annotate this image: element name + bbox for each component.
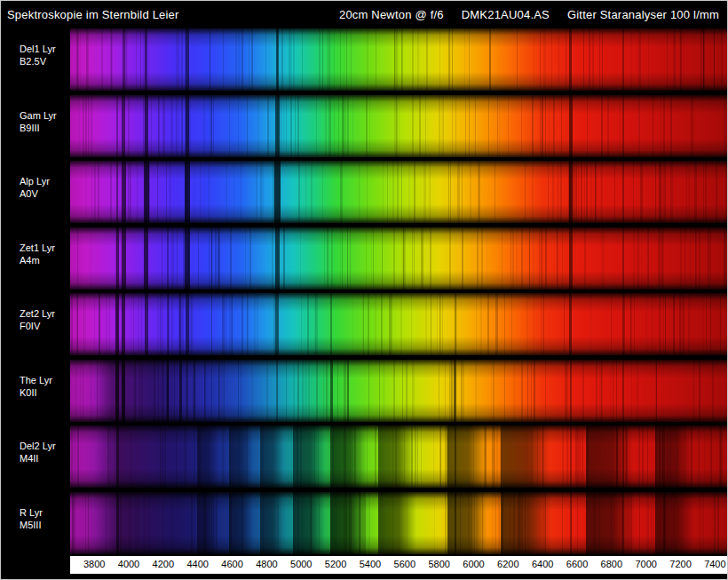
spectrum-row: Gam LyrB9III <box>1 95 727 157</box>
page-title: Spektroskopie im Sternbild Leier <box>7 8 179 21</box>
spectrum-strip <box>70 28 727 91</box>
spectral-type: A0V <box>20 187 70 200</box>
spectrum-row: Zet2 LyrF0IV <box>1 293 727 355</box>
spectroscopy-page: Spektroskopie im Sternbild Leier 20cm Ne… <box>0 0 728 580</box>
star-name: The Lyr <box>20 374 70 386</box>
spectral-type: F0IV <box>20 320 70 332</box>
star-label: R LyrM5III <box>1 492 70 554</box>
axis-tick-label: 4800 <box>256 559 277 569</box>
star-label: Zet2 LyrF0IV <box>1 293 70 355</box>
axis-tick-label: 4400 <box>186 559 208 569</box>
header-bar: Spektroskopie im Sternbild Leier 20cm Ne… <box>1 1 727 28</box>
spectral-type: M5III <box>20 519 70 531</box>
axis-tick-label: 6000 <box>463 559 484 569</box>
telescope-info: 20cm Newton @ f/6 <box>339 8 444 21</box>
camera-info: DMK21AU04.AS <box>462 8 550 21</box>
spectral-type: M4II <box>20 452 70 465</box>
spectrum-row: The LyrK0II <box>1 360 727 422</box>
spectral-type: A4m <box>20 254 70 266</box>
axis-tick-label: 5200 <box>325 559 346 569</box>
grating-info: Gitter Staranalyser 100 l/mm <box>567 8 719 21</box>
spectrum-strip <box>70 293 727 355</box>
axis-tick-label: 5000 <box>290 559 312 569</box>
spectra-rows: Del1 LyrB2.5VGam LyrB9IIIAlp LyrA0VZet1 … <box>1 28 727 554</box>
axis-tick-label: 6800 <box>601 559 622 569</box>
wavelength-axis: 3800400042004400460048005000520054005600… <box>70 556 727 574</box>
star-name: Alp Lyr <box>20 175 70 187</box>
axis-tick-label: 5400 <box>360 559 381 569</box>
spectrum-strip <box>70 161 727 223</box>
spectral-type: B9III <box>20 122 70 134</box>
star-label: Gam LyrB9III <box>1 95 70 157</box>
spectrum-row: Del1 LyrB2.5V <box>1 28 727 91</box>
axis-tick-label: 7400 <box>704 559 725 569</box>
spectral-type: B2.5V <box>20 55 70 68</box>
spectral-type: K0II <box>20 386 70 399</box>
star-name: Zet2 Lyr <box>20 307 70 320</box>
axis-tick-label: 7000 <box>635 559 656 569</box>
star-label: The LyrK0II <box>1 360 70 422</box>
axis-tick-label: 7200 <box>669 559 691 569</box>
spectrum-strip <box>70 227 727 290</box>
spectrum-row: Zet1 LyrA4m <box>1 227 727 290</box>
axis-tick-label: 4600 <box>221 559 242 569</box>
star-name: Del2 Lyr <box>20 440 70 452</box>
axis-tick-label: 4000 <box>118 559 139 569</box>
spectrum-strip <box>70 425 727 488</box>
star-name: Gam Lyr <box>20 109 70 122</box>
spectrum-strip <box>70 95 727 157</box>
spectrum-row: R LyrM5III <box>1 492 727 554</box>
axis-tick-label: 5800 <box>428 559 449 569</box>
axis-tick-label: 6400 <box>532 559 553 569</box>
spectrum-strip <box>70 492 727 554</box>
axis-tick-label: 3800 <box>83 559 105 569</box>
star-name: Zet1 Lyr <box>20 242 70 254</box>
axis-tick-label: 5600 <box>394 559 415 569</box>
star-label: Alp LyrA0V <box>1 161 70 223</box>
spectrum-row: Alp LyrA0V <box>1 161 727 223</box>
star-label: Zet1 LyrA4m <box>1 227 70 290</box>
star-name: Del1 Lyr <box>20 43 70 55</box>
axis-tick-label: 6600 <box>566 559 588 569</box>
axis-tick-label: 4200 <box>153 559 174 569</box>
spectrum-strip <box>70 360 727 422</box>
axis-tick-label: 6200 <box>497 559 518 569</box>
star-name: R Lyr <box>20 506 70 519</box>
star-label: Del2 LyrM4II <box>1 425 70 488</box>
spectrum-row: Del2 LyrM4II <box>1 425 727 488</box>
instrument-info: 20cm Newton @ f/6 DMK21AU04.AS Gitter St… <box>339 8 719 21</box>
star-label: Del1 LyrB2.5V <box>1 28 70 91</box>
